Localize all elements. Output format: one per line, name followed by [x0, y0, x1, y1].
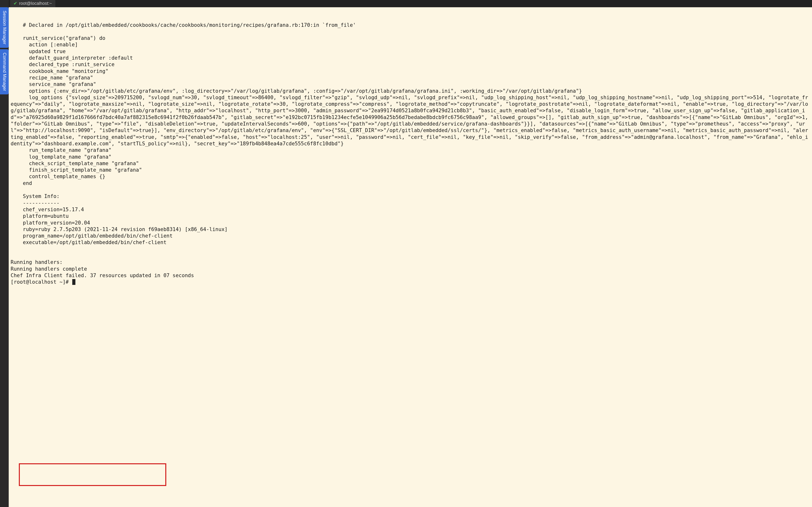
- terminal-viewport[interactable]: # Declared in /opt/gitlab/embedded/cookb…: [9, 7, 812, 507]
- command-manager-tab[interactable]: Command Manager: [0, 49, 9, 95]
- tab-bar: ✔ root@localhost:~: [9, 0, 812, 7]
- prompt: [root@localhost ~]#: [11, 279, 72, 285]
- annotation-highlight: [19, 463, 166, 486]
- terminal-output: # Declared in /opt/gitlab/embedded/cookb…: [11, 22, 810, 286]
- side-tab-rail: Session Manager Command Manager: [0, 0, 9, 507]
- main-area: ✔ root@localhost:~ # Declared in /opt/gi…: [9, 0, 812, 507]
- cursor: [72, 279, 75, 285]
- check-icon: ✔: [13, 1, 17, 6]
- tab-label: root@localhost:~: [19, 1, 52, 6]
- terminal-tab[interactable]: ✔ root@localhost:~: [10, 0, 55, 7]
- session-manager-tab[interactable]: Session Manager: [0, 7, 9, 48]
- app-frame: Session Manager Command Manager ✔ root@l…: [0, 0, 812, 507]
